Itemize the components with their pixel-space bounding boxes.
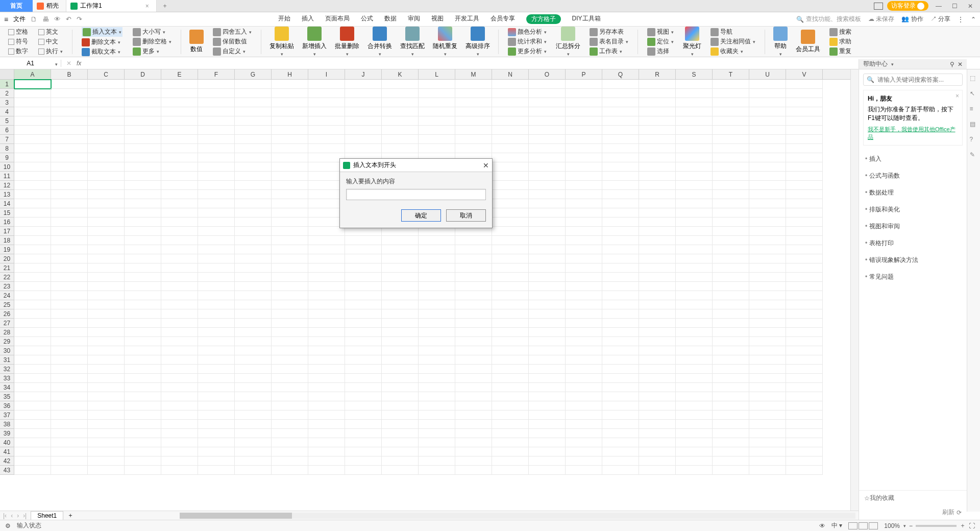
cell[interactable] [749,282,786,291]
cell[interactable] [713,438,749,447]
cell[interactable] [786,365,823,374]
cell[interactable] [529,218,566,227]
cell[interactable] [419,447,455,456]
cell[interactable] [676,273,713,282]
cell[interactable] [161,135,198,144]
vertical-scrollbar[interactable] [850,69,859,512]
cell[interactable] [566,172,602,181]
cell[interactable] [14,328,51,337]
cell[interactable] [198,291,235,300]
cell[interactable] [786,392,823,401]
cell[interactable] [602,291,639,300]
row-header[interactable]: 8 [0,144,14,153]
cell[interactable] [749,116,786,126]
numeric-button[interactable]: 数值 [187,30,206,54]
cell[interactable] [235,282,272,291]
cell[interactable] [51,355,88,365]
cell[interactable] [455,309,492,319]
row-header[interactable]: 31 [0,355,14,365]
cell[interactable] [786,438,823,447]
cell[interactable] [88,346,125,355]
cell[interactable] [492,291,529,300]
cell[interactable] [345,245,382,254]
cell[interactable] [382,282,419,291]
cell[interactable] [235,337,272,346]
cell[interactable] [51,263,88,273]
cell[interactable] [14,273,51,282]
cell[interactable] [492,208,529,218]
cell[interactable] [235,392,272,401]
cell[interactable] [786,282,823,291]
cell[interactable] [198,144,235,153]
cell[interactable] [749,365,786,374]
cell[interactable] [602,355,639,365]
cell[interactable] [786,218,823,227]
cell[interactable] [529,392,566,401]
menu-tab[interactable]: 视图 [431,14,444,24]
cell[interactable] [161,80,198,89]
cell[interactable] [492,126,529,135]
sheet-first-icon[interactable]: |‹ [3,512,7,519]
cell[interactable] [529,309,566,319]
cell[interactable] [382,245,419,254]
cell[interactable] [345,411,382,420]
cell[interactable] [125,98,161,107]
cell[interactable] [88,309,125,319]
row-header[interactable]: 28 [0,328,14,337]
round-button[interactable]: 四舍五入▾ [213,28,252,36]
cell[interactable] [88,456,125,466]
cell[interactable] [786,236,823,245]
cell[interactable] [14,282,51,291]
help-button[interactable]: 帮助▾ [771,27,790,57]
cell[interactable] [88,319,125,328]
cell[interactable] [529,254,566,263]
cell[interactable] [676,227,713,236]
cell[interactable] [713,309,749,319]
cell[interactable] [639,208,676,218]
cell[interactable] [676,245,713,254]
cell[interactable] [308,282,345,291]
cell[interactable] [382,273,419,282]
cell[interactable] [88,337,125,346]
cell[interactable] [382,466,419,475]
cell[interactable] [198,181,235,190]
chk-space[interactable]: 空格 [8,28,28,36]
cell[interactable] [419,80,455,89]
cell[interactable] [602,392,639,401]
cell[interactable] [51,162,88,172]
cell[interactable] [345,291,382,300]
qat-undo-icon[interactable]: ↶ [66,15,71,23]
cell[interactable] [51,254,88,263]
cell[interactable] [125,300,161,309]
row-header[interactable]: 36 [0,401,14,411]
cell[interactable] [749,190,786,199]
select-all-corner[interactable] [0,69,14,79]
column-header[interactable]: N [492,69,529,79]
cell[interactable] [14,411,51,420]
cell[interactable] [602,245,639,254]
cell[interactable] [639,411,676,420]
cell[interactable] [14,80,51,89]
cell[interactable] [308,80,345,89]
cell[interactable] [419,309,455,319]
cell[interactable] [455,80,492,89]
cell[interactable] [492,374,529,383]
cell[interactable] [272,429,308,438]
cell[interactable] [455,392,492,401]
cell[interactable] [749,89,786,98]
cell[interactable] [713,282,749,291]
menu-tab[interactable]: 审阅 [408,14,420,24]
cell[interactable] [676,300,713,309]
row-header[interactable]: 42 [0,456,14,466]
cell[interactable] [382,107,419,116]
cell[interactable] [161,116,198,126]
cell[interactable] [566,355,602,365]
cell[interactable] [88,365,125,374]
file-menu[interactable]: 文件 [13,15,26,23]
cell[interactable] [272,116,308,126]
cell[interactable] [345,144,382,153]
cell[interactable] [676,218,713,227]
cell[interactable] [125,116,161,126]
cell[interactable] [492,153,529,162]
help-item[interactable]: 排版和美化 [859,201,967,218]
